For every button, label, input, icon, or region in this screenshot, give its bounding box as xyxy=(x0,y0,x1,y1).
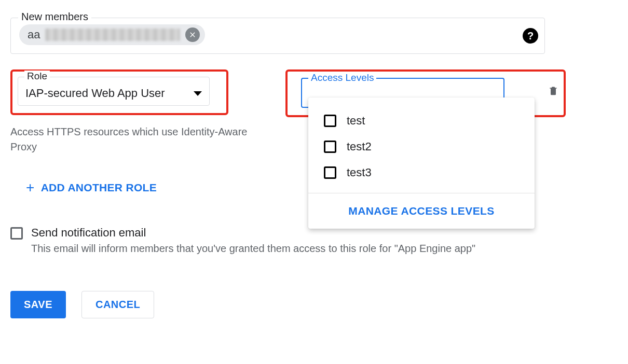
checkbox-icon[interactable] xyxy=(324,115,336,127)
close-icon xyxy=(188,31,197,39)
new-members-field[interactable]: New members aa ? xyxy=(10,18,545,54)
role-field-label: Role xyxy=(24,71,50,82)
role-field: Role IAP-secured Web App User xyxy=(18,77,210,106)
role-select[interactable]: IAP-secured Web App User xyxy=(25,87,202,100)
help-button[interactable]: ? xyxy=(523,28,538,44)
send-notification-description: This email will inform members that you'… xyxy=(31,243,475,255)
access-levels-label: Access Levels xyxy=(308,72,376,83)
caret-down-icon xyxy=(194,91,202,96)
send-notification-checkbox[interactable] xyxy=(10,227,23,240)
access-option-label: test3 xyxy=(347,166,372,179)
access-option-label: test2 xyxy=(347,140,372,153)
role-highlight: Role IAP-secured Web App User xyxy=(10,69,228,115)
member-chip-redacted xyxy=(45,29,180,41)
access-option-test[interactable]: test xyxy=(308,108,535,134)
delete-access-button[interactable] xyxy=(548,85,558,98)
new-members-legend: New members xyxy=(18,11,91,23)
access-option-test3[interactable]: test3 xyxy=(308,160,535,186)
access-option-test2[interactable]: test2 xyxy=(308,134,535,160)
checkbox-icon[interactable] xyxy=(324,141,336,153)
help-icon: ? xyxy=(527,30,534,42)
access-levels-dropdown: test test2 test3 MANAGE ACCESS LEVELS xyxy=(308,97,535,229)
role-description: Access HTTPS resources which use Identit… xyxy=(10,124,254,155)
member-chip: aa xyxy=(19,24,205,45)
add-another-role-label: ADD ANOTHER ROLE xyxy=(41,181,157,194)
checkbox-icon[interactable] xyxy=(324,166,336,179)
plus-icon: + xyxy=(26,180,35,195)
access-levels-highlight: Access Levels test test2 test3 MANAGE AC… xyxy=(285,69,566,117)
member-chip-prefix: aa xyxy=(28,28,40,41)
role-selected-value: IAP-secured Web App User xyxy=(25,87,165,100)
member-chip-remove[interactable] xyxy=(185,27,200,42)
trash-icon xyxy=(548,85,558,96)
access-option-label: test xyxy=(347,114,365,128)
cancel-button[interactable]: CANCEL xyxy=(81,291,154,318)
manage-access-levels-button[interactable]: MANAGE ACCESS LEVELS xyxy=(308,193,535,229)
add-another-role-button[interactable]: + ADD ANOTHER ROLE xyxy=(26,180,157,195)
save-button[interactable]: SAVE xyxy=(10,291,66,318)
